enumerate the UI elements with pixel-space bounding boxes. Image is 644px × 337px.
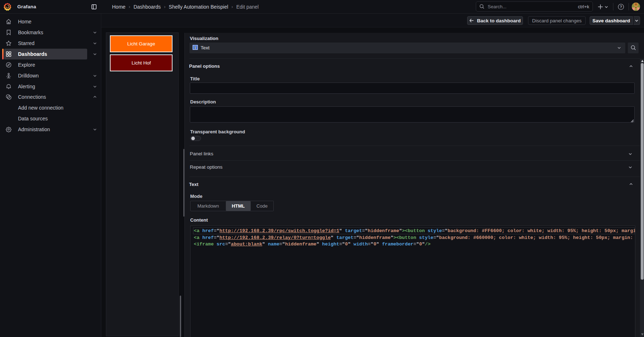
svg-text:?: ? [620, 5, 622, 9]
svg-text:T: T [194, 46, 196, 50]
